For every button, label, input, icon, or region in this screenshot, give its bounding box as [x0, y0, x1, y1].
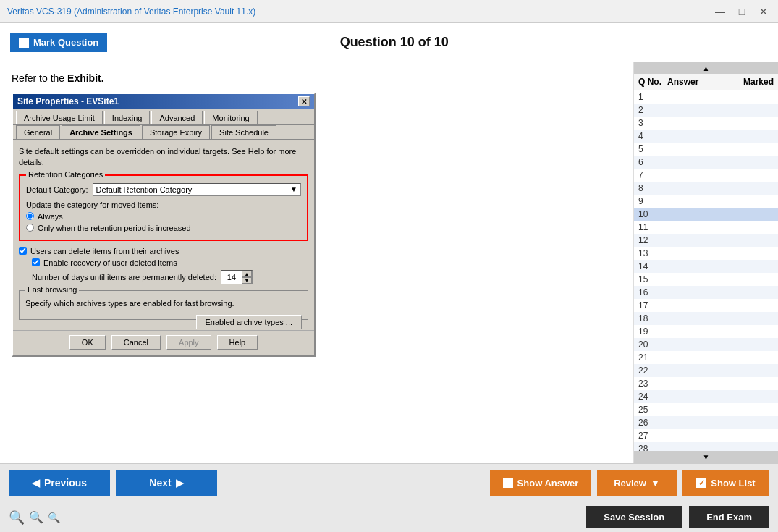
default-category-value: Default Retention Category	[96, 185, 193, 194]
q-number: 1	[638, 92, 667, 102]
save-session-button[interactable]: Save Session	[586, 506, 682, 528]
question-list-row[interactable]: 26	[634, 416, 778, 429]
spinner-down-button[interactable]: ▼	[242, 277, 252, 284]
radio-when-increased[interactable]	[26, 224, 34, 232]
maximize-button[interactable]: □	[735, 6, 749, 17]
apply-button[interactable]: Apply	[166, 335, 211, 350]
question-list-row[interactable]: 11	[634, 221, 778, 234]
zoom-normal-button[interactable]: 🔍	[29, 510, 43, 524]
enable-recovery-checkbox[interactable]	[32, 258, 40, 266]
question-list-row[interactable]: 21	[634, 351, 778, 364]
enable-recovery-row: Enable recovery of user deleted items	[19, 258, 308, 267]
previous-button[interactable]: ◀ Previous	[9, 470, 110, 496]
question-list-row[interactable]: 1	[634, 90, 778, 104]
end-exam-button[interactable]: End Exam	[689, 506, 769, 528]
q-number: 7	[638, 170, 667, 180]
question-list-row[interactable]: 18	[634, 312, 778, 325]
cancel-button[interactable]: Cancel	[111, 335, 161, 350]
question-list-row[interactable]: 25	[634, 403, 778, 416]
dialog-close-button[interactable]: ✕	[298, 96, 310, 106]
zoom-out-button[interactable]: 🔍	[48, 512, 60, 523]
q-number: 14	[638, 261, 667, 271]
days-spinner[interactable]: 14 ▲ ▼	[221, 270, 253, 284]
question-list-row[interactable]: 7	[634, 169, 778, 182]
tab-advanced[interactable]: Advanced	[151, 111, 203, 124]
q-number: 12	[638, 235, 667, 245]
question-list-row[interactable]: 14	[634, 260, 778, 273]
question-list-row[interactable]: 20	[634, 338, 778, 351]
question-list-row[interactable]: 15	[634, 273, 778, 286]
header-answer: Answer	[667, 77, 734, 87]
fast-browse-content: Specify which archives types are enabled…	[25, 295, 302, 309]
question-list-row[interactable]: 24	[634, 390, 778, 403]
question-list-row[interactable]: 16	[634, 286, 778, 299]
next-button[interactable]: Next ▶	[116, 470, 217, 496]
next-label: Next	[149, 477, 171, 489]
show-answer-button[interactable]: Show Answer	[490, 470, 591, 496]
users-delete-label: Users can delete items from their archiv…	[30, 247, 179, 256]
zoom-in-button[interactable]: 🔍	[9, 510, 25, 525]
enabled-archive-types-button[interactable]: Enabled archive types ...	[196, 315, 302, 329]
help-button[interactable]: Help	[217, 335, 258, 350]
ok-button[interactable]: OK	[69, 335, 106, 350]
question-list-row[interactable]: 5	[634, 143, 778, 156]
app-title-text: Veritas VCS-319 (Administration of Verit…	[7, 7, 237, 17]
mark-question-label: Mark Question	[33, 37, 98, 48]
question-list-row[interactable]: 9	[634, 195, 778, 208]
question-list-row[interactable]: 6	[634, 156, 778, 169]
question-list-row[interactable]: 23	[634, 377, 778, 390]
question-title: Question 10 of 10	[340, 35, 449, 50]
q-number: 2	[638, 105, 667, 115]
q-number: 6	[638, 157, 667, 167]
question-list-row[interactable]: 19	[634, 325, 778, 338]
scroll-down-button[interactable]: ▼	[634, 451, 778, 463]
minimize-button[interactable]: —	[713, 6, 727, 17]
question-list-row[interactable]: 2	[634, 104, 778, 117]
tab-indexing[interactable]: Indexing	[104, 111, 151, 124]
default-category-select[interactable]: Default Retention Category ▼	[93, 183, 301, 196]
question-list-row[interactable]: 4	[634, 130, 778, 143]
scroll-up-button[interactable]: ▲	[634, 62, 778, 74]
tab-general[interactable]: General	[16, 125, 60, 139]
question-list-row[interactable]: 17	[634, 299, 778, 312]
q-number: 21	[638, 352, 667, 363]
q-number: 15	[638, 274, 667, 284]
spinner-up-button[interactable]: ▲	[242, 271, 252, 277]
question-list-row[interactable]: 12	[634, 234, 778, 247]
question-list-body[interactable]: 1234567891011121314151617181920212223242…	[634, 90, 778, 451]
mark-question-button[interactable]: ✓ Mark Question	[10, 33, 107, 52]
question-list-row[interactable]: 27	[634, 429, 778, 442]
q-number: 23	[638, 379, 667, 389]
question-list-row[interactable]: 22	[634, 364, 778, 377]
q-number: 10	[638, 209, 667, 219]
default-category-row: Default Category: Default Retention Cate…	[26, 183, 301, 196]
toolbar: ✓ Mark Question Question 10 of 10	[0, 23, 778, 62]
question-list-row[interactable]: 28	[634, 442, 778, 451]
question-list-row[interactable]: 3	[634, 117, 778, 130]
question-list-row[interactable]: 10	[634, 208, 778, 221]
question-list-row[interactable]: 13	[634, 247, 778, 260]
tab-site-schedule[interactable]: Site Schedule	[211, 125, 276, 139]
header-marked: Marked	[734, 77, 774, 87]
tab-monitoring[interactable]: Monitoring	[204, 111, 257, 124]
tab-archive-usage-limit[interactable]: Archive Usage Limit	[16, 111, 103, 124]
refer-text: Refer to the Exhibit.	[12, 72, 621, 84]
fast-browse-info: Specify which archives types are enabled…	[25, 298, 302, 309]
review-button[interactable]: Review ▼	[597, 470, 677, 496]
default-category-label: Default Category:	[26, 185, 88, 194]
show-list-button[interactable]: ✓ Show List	[682, 470, 769, 496]
spinner-buttons: ▲ ▼	[242, 271, 252, 284]
radio-when-increased-row: Only when the retention period is increa…	[26, 224, 301, 232]
radio-always[interactable]	[26, 212, 34, 220]
dialog-body: Site default settings can be overridden …	[13, 140, 314, 330]
users-delete-checkbox[interactable]	[19, 247, 27, 255]
review-dropdown-icon: ▼	[651, 478, 660, 489]
question-list-row[interactable]: 8	[634, 182, 778, 195]
q-number: 22	[638, 366, 667, 376]
q-number: 16	[638, 287, 667, 297]
close-button[interactable]: ✕	[756, 6, 771, 17]
q-number: 18	[638, 313, 667, 324]
tab-archive-settings[interactable]: Archive Settings	[62, 125, 140, 139]
radio-always-label: Always	[38, 212, 63, 221]
tab-storage-expiry[interactable]: Storage Expiry	[142, 125, 210, 139]
